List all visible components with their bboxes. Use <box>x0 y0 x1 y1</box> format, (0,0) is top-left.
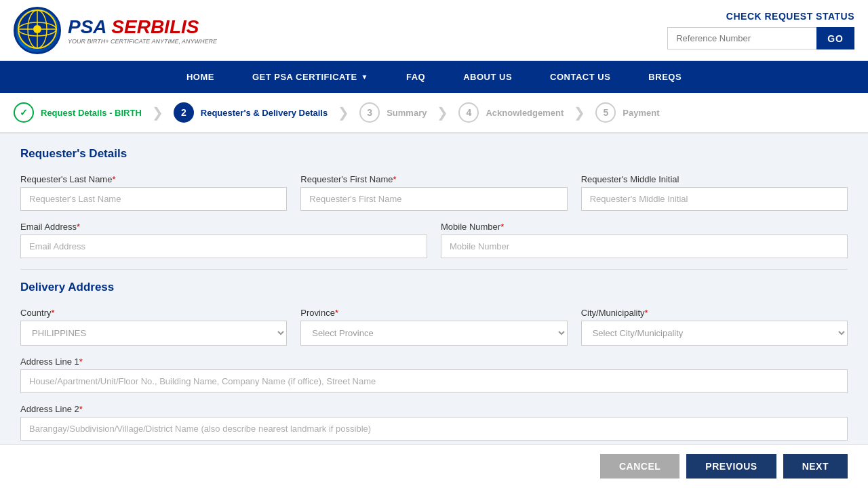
first-name-input[interactable] <box>300 187 567 211</box>
last-name-group: Requester's Last Name* <box>20 174 287 211</box>
step-2-circle: 2 <box>174 102 194 123</box>
step-arrow-3: ❯ <box>437 104 448 121</box>
address2-input[interactable] <box>20 417 848 441</box>
address2-label: Address Line 2* <box>20 404 848 414</box>
steps-bar: ✓ Request Details - BIRTH ❯ 2 Requester'… <box>0 93 868 134</box>
step-arrow-4: ❯ <box>574 104 585 121</box>
province-required: * <box>335 308 338 318</box>
nav-contact-us[interactable]: CONTACT US <box>531 61 629 93</box>
address1-required: * <box>79 357 83 367</box>
email-input[interactable] <box>20 235 427 258</box>
delivery-top-row: Country* PHILIPPINES Province* Select Pr… <box>20 308 848 346</box>
step-arrow-2: ❯ <box>338 104 349 121</box>
first-name-group: Requester's First Name* <box>300 174 567 211</box>
address1-label: Address Line 1* <box>20 357 848 367</box>
check-status-label: CHECK REQUEST STATUS <box>726 11 854 22</box>
main-content: Requester's Details Requester's Last Nam… <box>0 134 868 488</box>
logo-text: PSA SERBILIS YOUR BIRTH+ CERTIFICATE ANY… <box>68 16 217 45</box>
requester-section-title: Requester's Details <box>20 147 848 163</box>
province-label: Province* <box>300 308 567 318</box>
step-1-label: Request Details - BIRTH <box>41 108 142 118</box>
mobile-required: * <box>500 222 504 232</box>
step-3: 3 Summary <box>359 102 427 123</box>
mobile-group: Mobile Number* <box>441 222 848 258</box>
logo-psa-label: PSA SERBILIS <box>68 16 217 38</box>
page-header: PSA SERBILIS YOUR BIRTH+ CERTIFICATE ANY… <box>0 0 868 61</box>
province-group: Province* Select Province <box>300 308 567 346</box>
last-name-label: Requester's Last Name* <box>20 174 287 184</box>
section-divider <box>20 269 848 270</box>
country-select[interactable]: PHILIPPINES <box>20 321 287 346</box>
country-label: Country* <box>20 308 287 318</box>
step-4: 4 Acknowledgement <box>458 102 564 123</box>
nav-breqs[interactable]: BREQS <box>629 61 701 93</box>
requester-contact-row: Email Address* Mobile Number* <box>20 222 848 258</box>
middle-initial-label: Requester's Middle Initial <box>581 174 848 184</box>
step-5-label: Payment <box>623 108 659 118</box>
address2-row: Address Line 2* <box>20 404 848 441</box>
step-4-label: Acknowledgement <box>486 108 564 118</box>
address1-input[interactable] <box>20 369 848 393</box>
dropdown-arrow-icon: ▼ <box>361 73 368 81</box>
city-label: City/Municipality* <box>581 308 848 318</box>
next-button[interactable]: NEXT <box>783 454 848 479</box>
email-label: Email Address* <box>20 222 427 232</box>
nav-home[interactable]: HOME <box>167 61 233 93</box>
delivery-section-title: Delivery Address <box>20 281 848 297</box>
reference-number-input[interactable] <box>667 27 816 49</box>
mobile-input[interactable] <box>441 235 848 258</box>
step-5-circle: 5 <box>595 102 616 123</box>
logo-area: PSA SERBILIS YOUR BIRTH+ CERTIFICATE ANY… <box>14 7 217 54</box>
country-required: * <box>52 308 55 318</box>
nav-get-certificate[interactable]: GET PSA CERTIFICATE ▼ <box>233 61 387 93</box>
city-required: * <box>645 308 648 318</box>
address2-group: Address Line 2* <box>20 404 848 441</box>
city-group: City/Municipality* Select City/Municipal… <box>581 308 848 346</box>
last-name-input[interactable] <box>20 187 287 211</box>
step-arrow-1: ❯ <box>152 104 163 121</box>
step-1: ✓ Request Details - BIRTH <box>14 102 142 123</box>
email-required: * <box>77 222 80 232</box>
step-3-circle: 3 <box>359 102 380 123</box>
step-1-circle: ✓ <box>14 102 34 123</box>
last-name-required: * <box>112 174 115 184</box>
mobile-label: Mobile Number* <box>441 222 848 232</box>
first-name-required: * <box>393 174 396 184</box>
city-select[interactable]: Select City/Municipality <box>581 321 848 346</box>
address1-group: Address Line 1* <box>20 357 848 393</box>
requester-name-row: Requester's Last Name* Requester's First… <box>20 174 848 211</box>
email-group: Email Address* <box>20 222 427 258</box>
cancel-button[interactable]: CANCEL <box>600 454 679 479</box>
bottom-action-bar: CANCEL PREVIOUS NEXT <box>0 444 868 488</box>
nav-about-us[interactable]: ABOUT US <box>444 61 531 93</box>
step-3-label: Summary <box>387 108 427 118</box>
previous-button[interactable]: PREVIOUS <box>686 454 776 479</box>
logo-tagline: YOUR BIRTH+ CERTIFICATE ANYTIME, ANYWHER… <box>68 38 217 45</box>
address1-row: Address Line 1* <box>20 357 848 393</box>
step-2-label: Requester's & Delivery Details <box>201 108 328 118</box>
svg-point-5 <box>33 25 41 33</box>
globe-inner <box>17 9 58 52</box>
province-select[interactable]: Select Province <box>300 321 567 346</box>
logo-globe <box>14 7 61 54</box>
step-2: 2 Requester's & Delivery Details <box>174 102 328 123</box>
country-group: Country* PHILIPPINES <box>20 308 287 346</box>
header-right: CHECK REQUEST STATUS GO <box>667 11 854 49</box>
nav-faq[interactable]: FAQ <box>387 61 444 93</box>
step-4-circle: 4 <box>458 102 479 123</box>
first-name-label: Requester's First Name* <box>300 174 567 184</box>
address2-required: * <box>79 404 83 414</box>
ref-input-row: GO <box>667 27 854 49</box>
step-5: 5 Payment <box>595 102 659 123</box>
go-button[interactable]: GO <box>816 27 854 49</box>
middle-initial-group: Requester's Middle Initial <box>581 174 848 211</box>
navbar: HOME GET PSA CERTIFICATE ▼ FAQ ABOUT US … <box>0 61 868 93</box>
middle-initial-input[interactable] <box>581 187 848 211</box>
